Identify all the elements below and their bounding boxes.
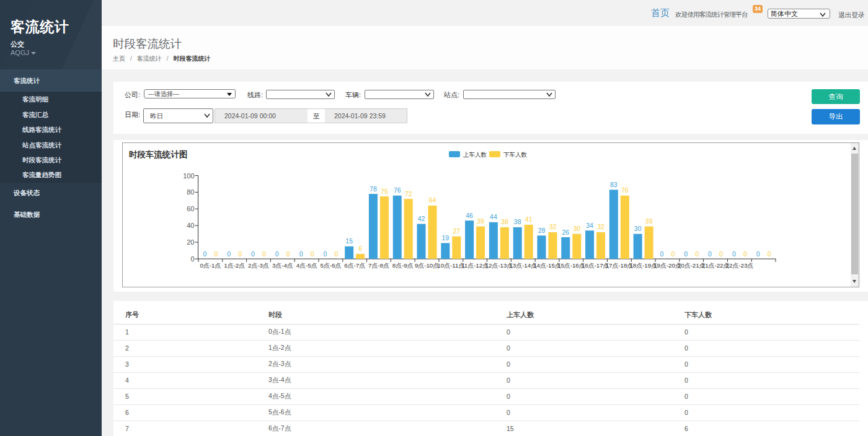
svg-text:0: 0 xyxy=(743,250,747,258)
svg-text:78: 78 xyxy=(370,185,377,193)
svg-text:34: 34 xyxy=(586,222,593,229)
svg-text:0: 0 xyxy=(719,250,723,258)
svg-text:0点-1点: 0点-1点 xyxy=(200,262,221,269)
svg-text:0: 0 xyxy=(732,250,736,258)
svg-text:0: 0 xyxy=(671,250,675,258)
svg-text:2点-3点: 2点-3点 xyxy=(248,262,269,269)
svg-text:0: 0 xyxy=(768,250,771,258)
svg-text:5点-6点: 5点-6点 xyxy=(320,262,341,269)
svg-text:0: 0 xyxy=(311,250,314,258)
svg-text:8点-9点: 8点-9点 xyxy=(392,262,414,269)
svg-text:10点-11点: 10点-11点 xyxy=(437,262,464,269)
svg-text:下车人数: 下车人数 xyxy=(503,151,528,158)
svg-text:0: 0 xyxy=(214,250,218,258)
svg-text:38: 38 xyxy=(514,218,521,225)
svg-text:22点-23点: 22点-23点 xyxy=(725,262,753,269)
svg-text:100: 100 xyxy=(183,172,194,180)
svg-text:时段车流统计图: 时段车流统计图 xyxy=(129,150,188,159)
svg-text:6点-7点: 6点-7点 xyxy=(344,262,365,269)
svg-text:38: 38 xyxy=(501,218,508,225)
svg-text:0: 0 xyxy=(262,250,266,258)
svg-text:0: 0 xyxy=(695,250,699,258)
svg-text:76: 76 xyxy=(621,186,629,194)
svg-text:7点-8点: 7点-8点 xyxy=(368,262,389,269)
svg-text:32: 32 xyxy=(597,223,604,230)
svg-text:上车人数: 上车人数 xyxy=(463,151,487,158)
svg-text:76: 76 xyxy=(394,186,401,194)
svg-text:19: 19 xyxy=(441,234,449,242)
svg-text:30: 30 xyxy=(573,225,580,232)
svg-text:0: 0 xyxy=(756,250,760,258)
svg-text:15: 15 xyxy=(345,237,353,245)
svg-text:60: 60 xyxy=(187,205,194,212)
svg-text:9点-10点: 9点-10点 xyxy=(415,262,439,269)
svg-text:40: 40 xyxy=(187,222,194,229)
svg-text:0: 0 xyxy=(299,250,303,258)
svg-text:0: 0 xyxy=(251,250,255,258)
svg-text:28: 28 xyxy=(538,227,546,234)
svg-text:42: 42 xyxy=(418,215,425,222)
svg-text:0: 0 xyxy=(190,255,194,263)
svg-text:0: 0 xyxy=(275,250,279,258)
svg-text:0: 0 xyxy=(334,250,338,258)
svg-text:1点-2点: 1点-2点 xyxy=(224,262,245,269)
svg-text:3点-4点: 3点-4点 xyxy=(272,262,293,269)
svg-text:46: 46 xyxy=(466,212,473,219)
svg-text:27: 27 xyxy=(453,227,460,235)
svg-text:30: 30 xyxy=(634,225,642,232)
svg-text:0: 0 xyxy=(323,250,327,258)
svg-text:6: 6 xyxy=(358,245,362,252)
svg-text:4点-5点: 4点-5点 xyxy=(296,262,317,269)
svg-text:75: 75 xyxy=(381,188,388,195)
svg-text:0: 0 xyxy=(286,250,290,258)
svg-text:26: 26 xyxy=(562,229,569,236)
svg-text:39: 39 xyxy=(477,217,484,225)
svg-text:41: 41 xyxy=(525,216,533,223)
svg-text:0: 0 xyxy=(238,250,242,258)
svg-text:83: 83 xyxy=(610,181,618,188)
svg-text:20: 20 xyxy=(187,238,194,246)
svg-text:0: 0 xyxy=(660,250,664,258)
svg-text:80: 80 xyxy=(187,188,194,196)
svg-text:0: 0 xyxy=(708,250,712,258)
svg-text:0: 0 xyxy=(203,250,206,258)
svg-text:72: 72 xyxy=(405,190,412,198)
svg-text:44: 44 xyxy=(490,213,497,220)
svg-text:0: 0 xyxy=(227,250,231,258)
svg-text:32: 32 xyxy=(549,223,557,230)
svg-text:39: 39 xyxy=(645,217,653,225)
svg-text:0: 0 xyxy=(684,250,688,258)
svg-text:64: 64 xyxy=(429,196,436,204)
